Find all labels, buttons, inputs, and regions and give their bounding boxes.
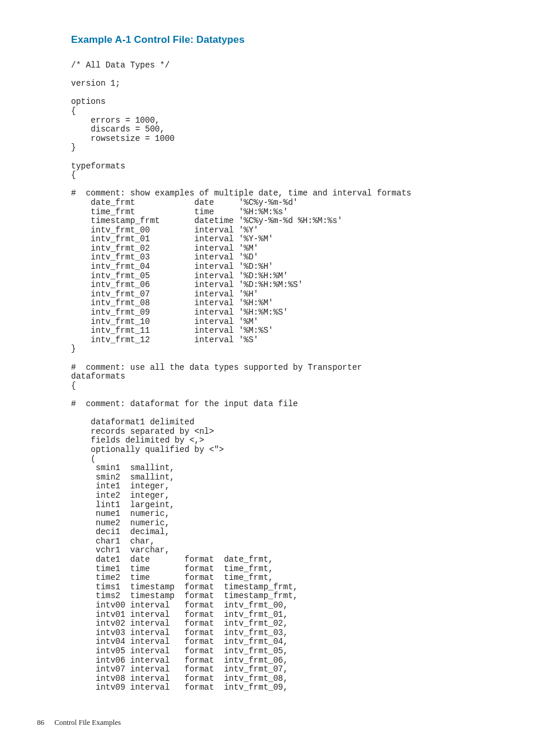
example-heading: Example A-1 Control File: Datatypes (71, 34, 519, 46)
page-number: 86 (37, 718, 45, 727)
code-block: /* All Data Types */ version 1; options … (71, 61, 519, 693)
footer-section-title: Control File Examples (55, 718, 121, 727)
page-footer: 86 Control File Examples (37, 718, 121, 727)
document-page: Example A-1 Control File: Datatypes /* A… (0, 0, 560, 746)
